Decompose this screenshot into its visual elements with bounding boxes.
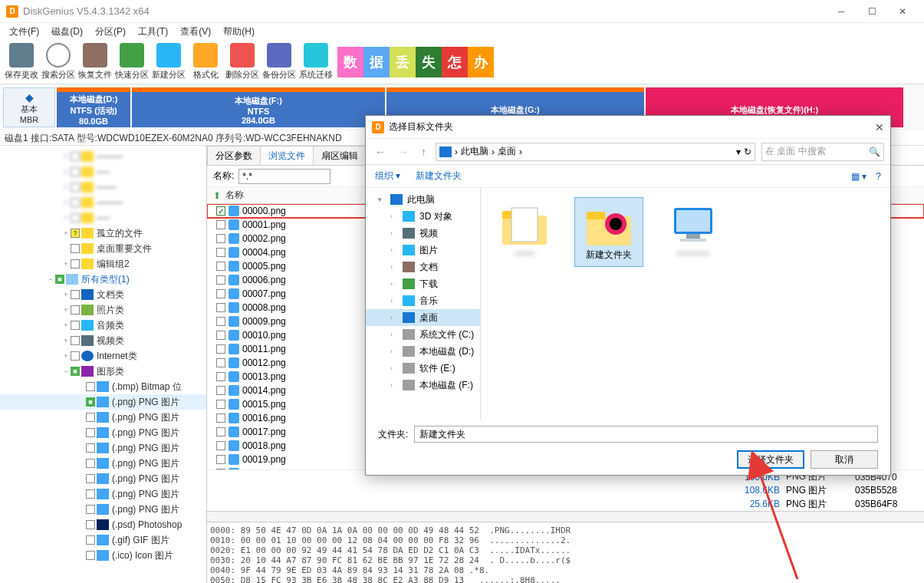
file-checkbox[interactable] (216, 289, 225, 298)
col-name[interactable]: 名称 (225, 189, 244, 202)
file-checkbox[interactable] (216, 372, 225, 381)
tree-alltypes[interactable]: 所有类型(1) (81, 273, 130, 286)
partition-f[interactable]: 本地磁盘(F:)NTFS284.0GB (132, 87, 385, 127)
tree-graphics[interactable]: 图形类 (97, 365, 124, 378)
tool-delete-partition[interactable]: 删除分区 (224, 41, 261, 82)
tree-docs[interactable]: ›文档 (366, 259, 480, 275)
tree-orphan[interactable]: 孤立的文件 (97, 227, 143, 240)
file-checkbox[interactable]: ✓ (216, 206, 225, 216)
tree-downloads[interactable]: ›下载 (366, 275, 480, 292)
organize-button[interactable]: 组织 ▾ (375, 170, 400, 183)
folder-item-1[interactable]: ─── (490, 197, 559, 263)
maximize-button[interactable]: ☐ (857, 1, 887, 22)
hex-view[interactable]: 0000: 89 50 4E 47 0D 0A 1A 0A 00 00 00 0… (207, 522, 924, 583)
up-button[interactable]: ↑ (418, 146, 429, 158)
folder-item-new[interactable]: 新建文件夹 (574, 197, 643, 267)
folder-item-pc[interactable]: ───── (659, 197, 728, 263)
filter-input[interactable] (238, 169, 330, 184)
tree-internet[interactable]: Internet类 (97, 350, 137, 363)
close-button[interactable]: ✕ (887, 1, 918, 22)
new-folder-button[interactable]: 新建文件夹 (416, 170, 462, 183)
tree-ico[interactable]: (.ico) Icon 图片 (112, 549, 173, 562)
file-checkbox[interactable] (216, 220, 225, 229)
file-checkbox[interactable] (216, 427, 225, 436)
help-icon[interactable]: ? (876, 171, 881, 182)
file-icon (229, 288, 239, 299)
tree-video[interactable]: ›视频 (366, 225, 480, 242)
search-box[interactable]: 在 桌面 中搜索 🔍 (761, 143, 884, 161)
file-checkbox[interactable] (216, 441, 225, 450)
tool-search-partition[interactable]: 搜索分区 (40, 41, 77, 82)
folder-input[interactable] (414, 426, 878, 443)
file-checkbox[interactable] (216, 317, 225, 326)
left-tree[interactable]: +──── +── +─── +──── +── +?孤立的文件 桌面重要文件 … (0, 146, 207, 583)
tree-music[interactable]: ›音乐 (366, 292, 480, 309)
file-checkbox[interactable] (216, 455, 225, 464)
tree-drive-e[interactable]: ›软件 (E:) (366, 360, 480, 377)
view-icon[interactable]: ▦ ▾ (851, 171, 866, 182)
forward-button[interactable]: → (395, 146, 412, 158)
tool-backup-partition[interactable]: 备份分区 (261, 41, 298, 82)
menu-tools[interactable]: 工具(T) (132, 24, 174, 40)
tree-3d[interactable]: ›3D 对象 (366, 208, 480, 225)
partition-d[interactable]: 本地磁盘(D:)NTFS (活动)80.0GB (57, 87, 130, 127)
tree-thispc[interactable]: ▾此电脑 (366, 191, 480, 208)
tree-doc[interactable]: 文档类 (97, 288, 124, 301)
file-checkbox[interactable] (216, 275, 225, 285)
tree-desktop[interactable]: ›桌面 (366, 309, 480, 326)
file-checkbox[interactable] (216, 331, 225, 340)
search-icon[interactable]: 🔍 (869, 147, 880, 157)
refresh-icon[interactable]: ↻ (744, 147, 751, 157)
up-icon[interactable]: ⬆ (213, 190, 221, 201)
file-checkbox[interactable] (216, 262, 225, 271)
back-button[interactable]: ← (372, 146, 389, 158)
tree-video[interactable]: 视频类 (97, 334, 124, 347)
tool-save[interactable]: 保存更改 (3, 41, 40, 82)
file-checkbox[interactable] (216, 234, 225, 243)
menu-disk[interactable]: 磁盘(D) (45, 24, 89, 40)
dialog-icon: D (372, 121, 384, 133)
tree-psd[interactable]: (.psd) Photoshop (112, 519, 182, 530)
menu-partition[interactable]: 分区(P) (89, 24, 132, 40)
tree-pictures[interactable]: ›图片 (366, 242, 480, 259)
minimize-button[interactable]: ─ (826, 1, 857, 22)
dropdown-icon[interactable]: ▾ (736, 147, 741, 157)
cancel-button[interactable]: 取消 (811, 450, 878, 469)
select-folder-button[interactable]: 选择文件夹 (737, 450, 804, 469)
tool-format[interactable]: 格式化 (187, 41, 224, 82)
tab-partition-params[interactable]: 分区参数 (207, 146, 261, 165)
tool-recover[interactable]: 恢复文件 (77, 41, 113, 82)
file-checkbox[interactable] (216, 358, 225, 367)
tree-drive-f[interactable]: ›本地磁盘 (F:) (366, 377, 480, 394)
dialog-content[interactable]: ─── 新建文件夹 ───── (481, 188, 890, 420)
tree-bmp[interactable]: (.bmp) Bitmap 位 (112, 380, 182, 394)
mbr-box[interactable]: ◆ 基本 MBR (3, 87, 55, 127)
tool-new-partition[interactable]: 新建分区 (150, 41, 187, 82)
tree-group[interactable]: 编辑组2 (97, 258, 130, 271)
menu-file[interactable]: 文件(F) (3, 24, 45, 40)
file-checkbox[interactable] (216, 344, 225, 354)
horizontal-scrollbar[interactable] (207, 511, 924, 522)
tab-browse-files[interactable]: 浏览文件 (260, 146, 314, 165)
tree-png[interactable]: (.png) PNG 图片 (112, 396, 179, 409)
tree-audio[interactable]: 音频类 (97, 319, 124, 332)
tool-quick-partition[interactable]: 快速分区 (113, 41, 150, 82)
tool-migrate[interactable]: 系统迁移 (298, 41, 334, 82)
file-checkbox[interactable] (216, 248, 225, 257)
breadcrumb[interactable]: › 此电脑 › 桌面 › ▾ ↻ (436, 143, 755, 161)
file-checkbox[interactable] (216, 386, 225, 395)
file-checkbox[interactable] (216, 413, 225, 423)
dialog-tree[interactable]: ▾此电脑 ›3D 对象 ›视频 ›图片 ›文档 ›下载 ›音乐 ›桌面 ›系统文… (366, 188, 481, 420)
tree-drive-c[interactable]: ›系统文件 (C:) (366, 326, 480, 343)
file-checkbox[interactable] (216, 400, 225, 409)
tree-photo[interactable]: 照片类 (97, 304, 124, 317)
menu-view[interactable]: 查看(V) (174, 24, 217, 40)
tree-drive-d[interactable]: ›本地磁盘 (D:) (366, 343, 480, 360)
tab-sector-edit[interactable]: 扇区编辑 (313, 146, 367, 165)
tree-important[interactable]: 桌面重要文件 (97, 242, 152, 255)
file-checkbox[interactable] (216, 303, 225, 312)
tree-gif[interactable]: (.gif) GIF 图片 (112, 534, 169, 547)
dialog-close-button[interactable]: ✕ (875, 121, 884, 133)
file-icon (229, 357, 239, 368)
menu-help[interactable]: 帮助(H) (217, 24, 261, 40)
